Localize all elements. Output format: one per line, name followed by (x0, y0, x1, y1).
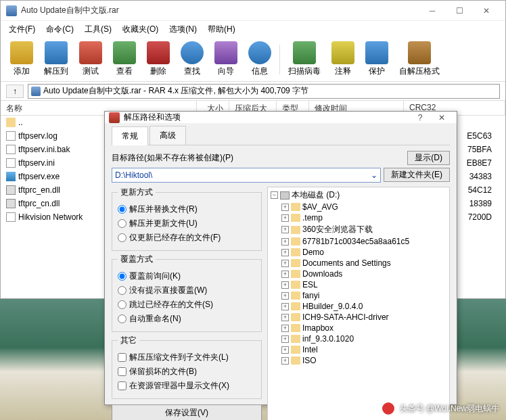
tool-sfx[interactable]: 自解压格式 (394, 40, 445, 78)
tool-test[interactable]: 测试 (74, 40, 108, 78)
file-icon (6, 185, 16, 195)
file-icon (6, 199, 16, 208)
tool-find[interactable]: 查找 (175, 40, 209, 78)
folder-tree[interactable]: −本地磁盘 (D:) +$AV_AVG+.temp+360安全浏览器下载+677… (267, 187, 450, 420)
radio-ask[interactable] (118, 272, 127, 281)
expand-icon[interactable]: + (281, 303, 289, 310)
expand-icon[interactable]: + (281, 226, 289, 233)
file-name: .. (18, 118, 23, 127)
tool-comment[interactable]: 注释 (326, 40, 360, 78)
folder-icon (291, 346, 300, 354)
tool-view[interactable]: 查看 (108, 40, 141, 78)
check-broken[interactable] (118, 367, 127, 376)
file-name: tftprc_en.dll (18, 185, 60, 195)
expand-icon[interactable]: + (281, 249, 289, 256)
tree-node[interactable]: +ESL (269, 279, 448, 290)
tree-node[interactable]: +ISO (269, 355, 448, 366)
menu-tools[interactable]: 工具(S) (79, 22, 117, 37)
radio-skip[interactable] (118, 300, 127, 309)
display-button[interactable]: 显示(D) (407, 151, 450, 165)
tool-wizard[interactable]: 向导 (209, 40, 243, 78)
maximize-button[interactable]: ☐ (446, 1, 473, 20)
tool-add[interactable]: 添加 (5, 40, 39, 78)
expand-icon[interactable]: + (281, 238, 289, 246)
collapse-icon[interactable]: − (271, 191, 278, 199)
file-icon (6, 118, 16, 127)
file-name: tftpserv.ini (18, 158, 55, 168)
tree-node[interactable]: +Documents and Settings (269, 258, 448, 269)
tree-node[interactable]: +Downloads (269, 269, 448, 279)
folder-icon (291, 214, 300, 222)
dialog-help-button[interactable]: ? (409, 113, 431, 122)
menu-cmd[interactable]: 命令(C) (41, 22, 79, 37)
tree-node[interactable]: +.temp (269, 212, 448, 223)
expand-icon[interactable]: + (281, 346, 289, 354)
folder-icon (291, 259, 300, 267)
radio-replace[interactable] (118, 205, 127, 214)
dialog-title: 解压路径和选项 (124, 112, 409, 123)
dropdown-icon[interactable]: ⌄ (371, 170, 377, 180)
tab-advanced[interactable]: 高级 (150, 126, 186, 145)
menu-fav[interactable]: 收藏夹(O) (117, 22, 164, 37)
tree-node[interactable]: +Imapbox (269, 323, 448, 333)
tree-node[interactable]: +HBuilder_9.0.4.0 (269, 301, 448, 312)
expand-icon[interactable]: + (281, 260, 289, 267)
file-icon (6, 158, 16, 168)
menu-opt[interactable]: 选项(N) (164, 22, 202, 37)
tree-node[interactable]: +inf_9.3.0.1020 (269, 333, 448, 344)
address-field[interactable]: Auto Update自制中文版.rar - RAR 4.x 压缩文件, 解包大… (28, 84, 500, 99)
tool-extract[interactable]: 解压到 (39, 40, 74, 78)
tool-protect[interactable]: 保护 (360, 40, 394, 78)
app-icon (6, 5, 17, 16)
check-subfolder[interactable] (118, 353, 127, 362)
expand-icon[interactable]: + (281, 214, 289, 222)
up-button[interactable]: ↑ (6, 85, 24, 98)
tree-node[interactable]: +fanyi (269, 290, 448, 301)
minimize-button[interactable]: ─ (419, 1, 446, 20)
tree-node[interactable]: +ICH9-SATA-AHCI-driver (269, 312, 448, 323)
expand-icon[interactable]: + (281, 204, 289, 211)
file-icon (6, 212, 16, 222)
window-title: Auto Update自制中文版.rar (21, 5, 419, 16)
radio-freshen[interactable] (118, 233, 127, 242)
folder-icon (291, 335, 300, 343)
tool-delete[interactable]: 删除 (141, 40, 175, 78)
address-bar: ↑ Auto Update自制中文版.rar - RAR 4.x 压缩文件, 解… (1, 82, 505, 101)
file-name: tftprc_cn.dll (18, 199, 60, 208)
titlebar: Auto Update自制中文版.rar ─ ☐ ✕ (1, 1, 505, 21)
menu-help[interactable]: 帮助(H) (202, 22, 241, 37)
expand-icon[interactable]: + (281, 325, 289, 332)
save-settings-button[interactable]: 保存设置(V) (112, 404, 262, 420)
file-crc: 54C12 (468, 185, 500, 195)
path-label: 目标路径(如果不存在将被创建)(P) (112, 152, 405, 164)
expand-icon[interactable]: + (281, 357, 289, 365)
radio-overwrite[interactable] (118, 286, 127, 295)
expand-icon[interactable]: + (281, 292, 289, 300)
check-explorer[interactable] (118, 381, 127, 390)
path-input[interactable]: D:\Hiktool\ ⌄ (112, 168, 381, 183)
tree-node[interactable]: +$AV_AVG (269, 202, 448, 212)
newfolder-button[interactable]: 新建文件夹(E) (384, 168, 450, 182)
expand-icon[interactable]: + (281, 335, 289, 343)
tab-general[interactable]: 常规 (112, 126, 148, 145)
expand-icon[interactable]: + (281, 314, 289, 321)
dialog-icon (109, 112, 120, 123)
tool-info[interactable]: 信息 (243, 40, 277, 78)
expand-icon[interactable]: + (281, 271, 289, 278)
tree-node[interactable]: +67781b71c0034ec5a8aa61c5 (269, 236, 448, 247)
file-crc: 7200D (468, 212, 500, 222)
radio-rename[interactable] (118, 314, 127, 323)
dialog-titlebar: 解压路径和选项 ? ✕ (105, 112, 457, 123)
close-button[interactable]: ✕ (473, 1, 500, 20)
menu-file[interactable]: 文件(F) (3, 22, 41, 37)
tool-scan[interactable]: 扫描病毒 (283, 40, 326, 78)
file-name: tftpserv.ini.bak (18, 145, 70, 154)
dialog-close-button[interactable]: ✕ (431, 113, 453, 122)
tree-node[interactable]: +Intel (269, 344, 448, 355)
tree-node[interactable]: +Demo (269, 247, 448, 258)
avatar-icon (381, 401, 396, 416)
radio-update[interactable] (118, 219, 127, 228)
tree-node[interactable]: +360安全浏览器下载 (269, 223, 448, 236)
expand-icon[interactable]: + (281, 281, 289, 289)
folder-icon (291, 313, 300, 321)
